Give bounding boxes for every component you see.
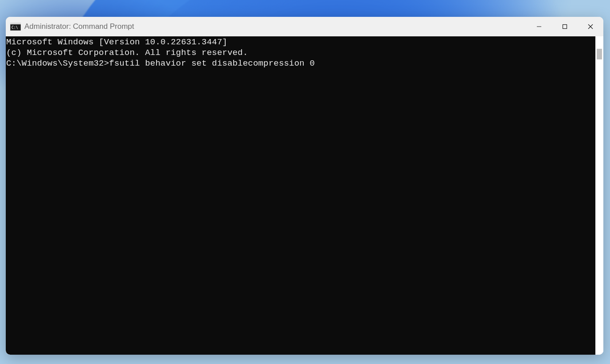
close-button[interactable] <box>578 17 603 36</box>
window-title: Administrator: Command Prompt <box>24 22 134 31</box>
terminal-prompt-line: C:\Windows\System32>fsutil behavior set … <box>6 58 595 69</box>
terminal-output-line: (c) Microsoft Corporation. All rights re… <box>6 47 595 58</box>
window-controls <box>526 17 603 36</box>
command-prompt-window: C:\ Administrator: Command Prompt Micros… <box>6 17 603 355</box>
terminal-container: Microsoft Windows [Version 10.0.22631.34… <box>6 36 603 355</box>
svg-rect-1 <box>10 23 21 24</box>
svg-text:C:\: C:\ <box>12 26 18 30</box>
prompt-path: C:\Windows\System32> <box>6 59 109 68</box>
cmd-icon: C:\ <box>10 22 21 31</box>
maximize-button[interactable] <box>552 17 578 36</box>
vertical-scrollbar[interactable] <box>595 36 603 355</box>
scrollbar-thumb[interactable] <box>597 49 602 59</box>
command-input[interactable]: fsutil behavior set disablecompression 0 <box>109 59 315 68</box>
terminal-output-line: Microsoft Windows [Version 10.0.22631.34… <box>6 37 595 47</box>
titlebar[interactable]: C:\ Administrator: Command Prompt <box>6 17 603 36</box>
terminal[interactable]: Microsoft Windows [Version 10.0.22631.34… <box>6 36 595 355</box>
minimize-button[interactable] <box>526 17 552 36</box>
svg-rect-4 <box>563 25 567 29</box>
